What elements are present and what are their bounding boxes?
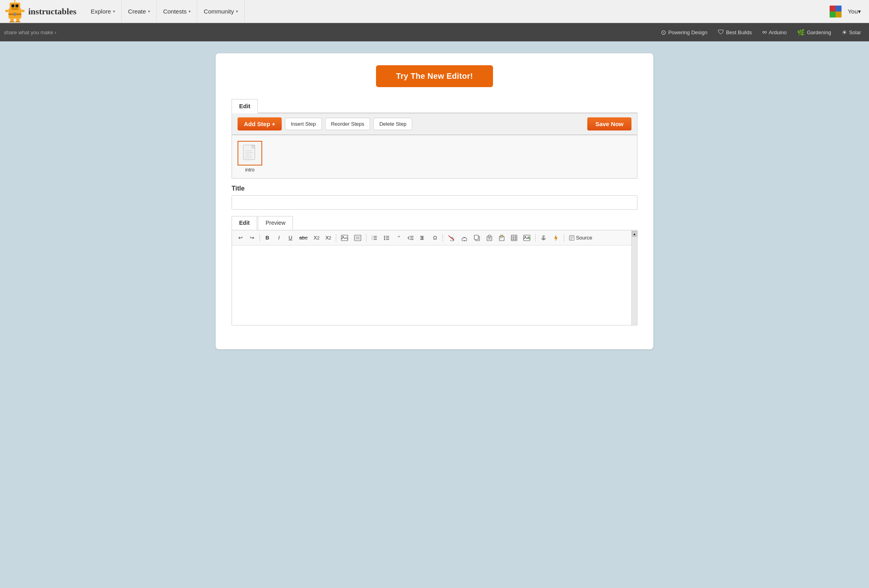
robot-logo-icon	[4, 0, 26, 22]
svg-point-41	[384, 236, 385, 237]
tab-edit-content[interactable]: Edit	[232, 216, 257, 230]
svg-rect-19	[836, 12, 842, 18]
flash-button[interactable]	[550, 233, 561, 243]
svg-rect-65	[524, 235, 530, 241]
shield-icon: 🛡	[718, 29, 724, 36]
step-label: intro	[245, 167, 254, 173]
subscript-button[interactable]: X2	[311, 233, 322, 242]
special-char-button[interactable]: Ω	[430, 233, 440, 242]
insert-image2-button[interactable]	[352, 233, 364, 243]
link-button[interactable]	[458, 233, 470, 243]
ul-icon	[384, 235, 390, 241]
main-content: Try The New Editor! Edit Add Step + Inse…	[0, 41, 869, 361]
source-label: Source	[576, 235, 592, 241]
anchor-button[interactable]	[538, 233, 549, 243]
svg-rect-31	[356, 236, 360, 239]
save-now-button[interactable]: Save Now	[587, 117, 631, 130]
source-button[interactable]: Source	[567, 233, 594, 242]
indent-less-icon	[407, 235, 414, 241]
ordered-list-button[interactable]: 1.2.3.	[369, 233, 380, 243]
copy-button[interactable]	[472, 233, 483, 243]
add-step-button[interactable]: Add Step +	[238, 117, 282, 130]
title-label: Title	[232, 185, 637, 192]
sec-nav-arduino[interactable]: ∞ Arduino	[758, 27, 791, 37]
rich-toolbar: ↩ ↪ B I U abc X2 X2	[232, 230, 631, 245]
indent-more-icon	[420, 235, 426, 241]
title-input[interactable]	[232, 195, 637, 210]
nav-item-explore[interactable]: Explore ▾	[84, 0, 122, 23]
svg-point-43	[384, 239, 385, 240]
rich-editor-main: ↩ ↪ B I U abc X2 X2	[232, 230, 631, 325]
arduino-icon: ∞	[762, 29, 767, 36]
link-icon	[461, 235, 468, 241]
ol-icon: 1.2.3.	[371, 235, 378, 241]
step-intro-thumb[interactable]: intro	[238, 141, 262, 173]
indent-less-button[interactable]	[405, 233, 416, 243]
undo-button[interactable]: ↩	[235, 233, 246, 242]
tab-preview-content[interactable]: Preview	[258, 216, 293, 230]
sec-nav-powering-design[interactable]: ⊙ Powering Design	[657, 27, 711, 38]
insert-image-button[interactable]	[339, 233, 351, 243]
remove-link-button[interactable]	[445, 233, 457, 243]
unordered-list-button[interactable]	[381, 233, 392, 243]
bold-button[interactable]: B	[262, 233, 273, 242]
svg-point-12	[14, 0, 16, 1]
logo-area[interactable]: instructables	[4, 0, 76, 22]
svg-text:T: T	[500, 237, 501, 239]
strikethrough-button[interactable]: abc	[297, 233, 310, 242]
scrollbar[interactable]: ▲	[631, 230, 637, 325]
user-menu[interactable]: You ▾	[830, 6, 865, 18]
sec-nav-gardening[interactable]: 🌿 Gardening	[793, 27, 835, 38]
insert-step-button[interactable]: Insert Step	[285, 118, 322, 130]
chevron-down-icon: ▾	[113, 9, 115, 14]
svg-rect-5	[5, 10, 8, 12]
blockquote-button[interactable]: "	[394, 233, 404, 243]
tab-edit[interactable]: Edit	[232, 99, 258, 113]
logo-text: instructables	[28, 6, 76, 17]
chevron-down-icon: ▾	[189, 9, 191, 14]
nav-item-contests[interactable]: Contests ▾	[157, 0, 197, 23]
chevron-down-icon: ▾	[148, 9, 150, 14]
nav-item-create[interactable]: Create ▾	[122, 0, 157, 23]
svg-rect-10	[15, 21, 21, 22]
leaf-icon: 🌿	[797, 29, 805, 36]
svg-line-50	[448, 236, 454, 240]
step-thumbnail-image	[238, 141, 262, 165]
try-new-editor-button[interactable]: Try The New Editor!	[376, 65, 493, 87]
indent-more-button[interactable]	[417, 233, 429, 243]
share-link[interactable]: share what you make ›	[4, 29, 57, 35]
svg-rect-6	[21, 10, 25, 12]
redo-button[interactable]: ↪	[247, 233, 257, 242]
svg-rect-3	[16, 4, 18, 7]
scroll-up-button[interactable]: ▲	[632, 231, 637, 237]
svg-rect-28	[341, 235, 348, 241]
chevron-down-icon: ▾	[858, 8, 861, 15]
rich-content-area[interactable]	[232, 245, 631, 325]
italic-button[interactable]: I	[274, 233, 284, 242]
table-button[interactable]	[509, 233, 520, 243]
nav-item-community[interactable]: Community ▾	[197, 0, 245, 23]
svg-point-69	[543, 236, 544, 237]
reorder-steps-button[interactable]: Reorder Steps	[325, 118, 370, 130]
delete-step-button[interactable]: Delete Step	[373, 118, 412, 130]
nav-items: Explore ▾ Create ▾ Contests ▾ Community …	[84, 0, 830, 23]
dell-icon: ⊙	[661, 29, 666, 36]
paste-icon	[486, 235, 493, 241]
sec-nav-solar[interactable]: ☀ Solar	[838, 27, 865, 38]
insert-image3-button[interactable]	[521, 233, 533, 243]
superscript-button[interactable]: X2	[323, 233, 334, 242]
sec-nav-best-builds[interactable]: 🛡 Best Builds	[714, 27, 756, 37]
paste-button[interactable]	[484, 233, 495, 243]
user-button[interactable]: You ▾	[844, 8, 865, 15]
paste-text-button[interactable]: T	[496, 233, 507, 243]
toolbar-separator-5	[535, 234, 536, 242]
svg-rect-14	[14, 13, 16, 16]
underline-button[interactable]: U	[285, 233, 296, 242]
svg-point-29	[342, 236, 344, 238]
top-nav: instructables Explore ▾ Create ▾ Contest…	[0, 0, 869, 23]
intro-step-icon	[241, 144, 259, 162]
flash-icon	[553, 235, 559, 241]
chevron-down-icon: ▾	[236, 9, 238, 14]
image2-icon	[354, 235, 361, 241]
logo-name: instructables	[28, 6, 76, 17]
